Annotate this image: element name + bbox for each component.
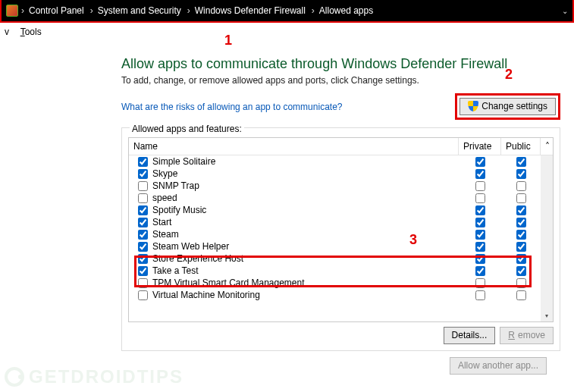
row-name-label: Store Experience Host [152, 253, 243, 264]
col-private[interactable]: Private [459, 138, 501, 155]
crumb-0[interactable]: Control Panel [29, 5, 84, 16]
row-private-checkbox[interactable] [475, 242, 485, 252]
row-enable-checkbox[interactable] [138, 278, 148, 288]
risks-link[interactable]: What are the risks of allowing an app to… [121, 102, 342, 112]
chevron-right-icon: › [90, 5, 93, 16]
row-enable-checkbox[interactable] [138, 193, 148, 203]
annotation-1: 1 [224, 33, 232, 49]
row-name-label: Simple Solitaire [152, 156, 215, 167]
row-name-label: Steam Web Helper [152, 241, 229, 252]
row-private-checkbox[interactable] [475, 218, 485, 227]
row-public-checkbox[interactable] [516, 193, 526, 203]
row-public-checkbox[interactable] [516, 254, 526, 264]
row-name-label: Spotify Music [152, 205, 206, 215]
control-panel-icon [6, 5, 18, 17]
page-title: Allow apps to communicate through Window… [121, 56, 560, 72]
col-scroll-spacer: ˄ [541, 138, 553, 155]
chevron-right-icon: › [21, 5, 24, 16]
annotation-box-2: Change settings [455, 93, 560, 120]
row-public-checkbox[interactable] [516, 181, 526, 191]
row-name-label: Skype [152, 168, 177, 179]
row-enable-checkbox[interactable] [138, 169, 148, 179]
row-enable-checkbox[interactable] [138, 242, 148, 252]
table-row[interactable]: Simple Solitaire [129, 155, 553, 168]
scrollbar[interactable]: ▾ [541, 155, 553, 321]
scroll-down-icon[interactable]: ▾ [541, 309, 553, 321]
col-public[interactable]: Public [501, 138, 541, 155]
change-settings-button[interactable]: Change settings [460, 98, 556, 115]
table-row[interactable]: Spotify Music [129, 204, 553, 216]
row-public-checkbox[interactable] [516, 290, 526, 300]
row-private-checkbox[interactable] [475, 205, 485, 215]
row-public-checkbox[interactable] [516, 157, 526, 167]
menu-tools[interactable]: Tools [20, 27, 42, 37]
allowed-apps-list[interactable]: Name Private Public ˄ Simple SolitaireSk… [128, 137, 554, 322]
crumb-2[interactable]: Windows Defender Firewall [195, 5, 306, 16]
row-public-checkbox[interactable] [516, 205, 526, 215]
uac-shield-icon [468, 101, 478, 111]
remove-button[interactable]: Remove [500, 327, 554, 344]
table-row[interactable]: speed [129, 192, 553, 204]
row-enable-checkbox[interactable] [138, 230, 148, 240]
row-name-label: Virtual Machine Monitoring [152, 290, 260, 300]
chevron-right-icon: › [312, 5, 315, 16]
table-row[interactable]: TPM Virtual Smart Card Management [129, 277, 553, 289]
table-row[interactable]: Virtual Machine Monitoring [129, 289, 553, 301]
row-name-label: SNMP Trap [152, 180, 199, 191]
row-public-checkbox[interactable] [516, 278, 526, 288]
address-bar[interactable]: ›Control Panel ›System and Security ›Win… [0, 0, 574, 23]
list-header: Name Private Public ˄ [129, 138, 553, 155]
row-private-checkbox[interactable] [475, 266, 485, 276]
address-dropdown-icon[interactable]: ⌄ [562, 7, 568, 15]
row-name-label: TPM Virtual Smart Card Management [152, 278, 305, 288]
table-row[interactable]: Steam Web Helper [129, 240, 553, 252]
row-name-label: Start [152, 217, 171, 227]
page-subtitle: To add, change, or remove allowed apps a… [121, 75, 560, 86]
table-row[interactable]: Store Experience Host [129, 252, 553, 265]
group-label: Allowed apps and features: [130, 124, 244, 134]
row-public-checkbox[interactable] [516, 230, 526, 240]
row-name-label: Take a Test [152, 265, 198, 276]
details-button[interactable]: Details... [444, 327, 496, 344]
menubar: v Tools [0, 23, 574, 41]
table-row[interactable]: Start [129, 216, 553, 228]
row-private-checkbox[interactable] [475, 278, 485, 288]
table-row[interactable]: Steam [129, 228, 553, 240]
row-public-checkbox[interactable] [516, 242, 526, 252]
crumb-3[interactable]: Allowed apps [319, 5, 373, 16]
row-enable-checkbox[interactable] [138, 218, 148, 227]
crumb-1[interactable]: System and Security [98, 5, 181, 16]
row-public-checkbox[interactable] [516, 218, 526, 227]
row-enable-checkbox[interactable] [138, 157, 148, 167]
row-public-checkbox[interactable] [516, 266, 526, 276]
allow-another-app-button[interactable]: Allow another app... [450, 357, 547, 375]
row-enable-checkbox[interactable] [138, 290, 148, 300]
row-private-checkbox[interactable] [475, 169, 485, 179]
table-row[interactable]: Skype [129, 168, 553, 180]
row-private-checkbox[interactable] [475, 193, 485, 203]
row-name-label: Steam [152, 229, 179, 240]
col-name[interactable]: Name [129, 138, 459, 155]
table-row[interactable]: Take a Test [129, 265, 553, 277]
row-enable-checkbox[interactable] [138, 205, 148, 215]
row-enable-checkbox[interactable] [138, 266, 148, 276]
row-private-checkbox[interactable] [475, 181, 485, 191]
chevron-right-icon: › [187, 5, 190, 16]
row-enable-checkbox[interactable] [138, 181, 148, 191]
row-private-checkbox[interactable] [475, 157, 485, 167]
content-pane: Allow apps to communicate through Window… [0, 41, 574, 375]
row-private-checkbox[interactable] [475, 290, 485, 300]
annotation-2: 2 [505, 67, 513, 83]
row-private-checkbox[interactable] [475, 230, 485, 240]
row-private-checkbox[interactable] [475, 254, 485, 264]
menu-view[interactable]: v [5, 27, 9, 37]
table-row[interactable]: SNMP Trap [129, 180, 553, 192]
row-enable-checkbox[interactable] [138, 254, 148, 264]
row-public-checkbox[interactable] [516, 169, 526, 179]
row-name-label: speed [152, 193, 177, 203]
allowed-apps-group: Allowed apps and features: Name Private … [121, 127, 560, 351]
